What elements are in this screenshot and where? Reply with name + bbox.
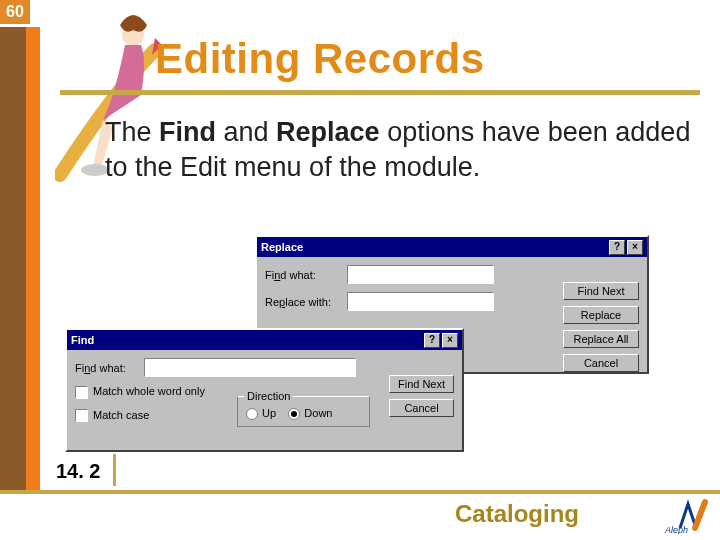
down-radio[interactable] xyxy=(288,408,300,420)
find-what-input[interactable] xyxy=(144,358,356,377)
find-what-label: Find what: xyxy=(75,362,140,374)
find-what-input[interactable] xyxy=(347,265,494,284)
body-paragraph: The Find and Replace options have been a… xyxy=(105,115,695,184)
replace-with-label: Replace with: xyxy=(265,296,343,308)
up-radio-option[interactable]: Up xyxy=(246,407,276,419)
help-button[interactable]: ? xyxy=(424,333,440,348)
whole-word-checkbox[interactable] xyxy=(75,386,88,399)
section-divider xyxy=(113,454,116,486)
find-dialog-title: Find xyxy=(71,334,422,346)
cancel-button[interactable]: Cancel xyxy=(563,354,639,372)
find-next-button[interactable]: Find Next xyxy=(389,375,454,393)
replace-with-input[interactable] xyxy=(347,292,494,311)
find-dialog-titlebar[interactable]: Find ? × xyxy=(67,330,462,350)
body-text-bold-replace: Replace xyxy=(276,117,380,147)
replace-all-button[interactable]: Replace All xyxy=(563,330,639,348)
aleph-logo: Aleph xyxy=(665,498,715,534)
replace-dialog-titlebar[interactable]: Replace ? × xyxy=(257,237,647,257)
section-number: 14. 2 xyxy=(56,460,100,483)
cancel-button[interactable]: Cancel xyxy=(389,399,454,417)
direction-label: Direction xyxy=(244,390,293,402)
replace-button[interactable]: Replace xyxy=(563,306,639,324)
stripe-brown xyxy=(0,27,26,490)
match-case-checkbox[interactable] xyxy=(75,409,88,422)
find-next-button[interactable]: Find Next xyxy=(563,282,639,300)
stripe-orange xyxy=(26,27,40,490)
svg-text:Aleph: Aleph xyxy=(665,525,688,534)
dialogs-area: Replace ? × Find what: Replace with: Fin… xyxy=(115,235,655,460)
body-text-bold-find: Find xyxy=(159,117,216,147)
page-number: 60 xyxy=(0,0,30,24)
footer-label: Cataloging xyxy=(455,500,579,528)
page-title: Editing Records xyxy=(155,35,485,83)
close-button[interactable]: × xyxy=(442,333,458,348)
direction-group: Direction Up Down xyxy=(237,396,370,427)
down-radio-option[interactable]: Down xyxy=(288,407,332,419)
replace-dialog-title: Replace xyxy=(261,241,607,253)
footer-bar xyxy=(0,490,720,540)
up-radio[interactable] xyxy=(246,408,258,420)
help-button[interactable]: ? xyxy=(609,240,625,255)
find-what-label: Find what: xyxy=(265,269,343,281)
title-underline xyxy=(60,90,700,95)
body-text-mid: and xyxy=(216,117,276,147)
close-button[interactable]: × xyxy=(627,240,643,255)
find-dialog: Find ? × Find what: Match whole word onl… xyxy=(65,328,464,452)
body-text-pre: The xyxy=(105,117,159,147)
slide: 60 Editing Records The Find and Replace … xyxy=(0,0,720,540)
